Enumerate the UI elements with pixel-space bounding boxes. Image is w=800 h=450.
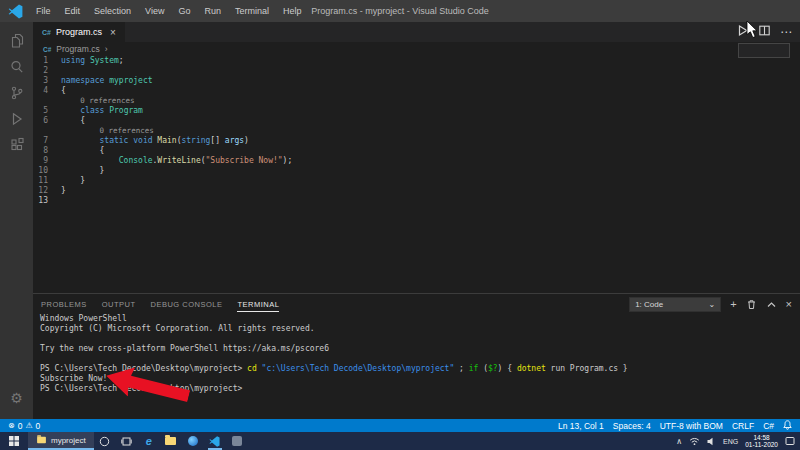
extensions-icon[interactable]: [0, 132, 33, 158]
code-line[interactable]: 4{: [33, 86, 800, 96]
vscode-logo-icon: [8, 4, 23, 19]
breadcrumb-file[interactable]: Program.cs: [56, 44, 99, 54]
line-number: 4: [33, 86, 61, 96]
line-number: 8: [33, 146, 61, 156]
csharp-file-icon: C#: [42, 29, 51, 36]
system-tray: ∧ ENG 14:58 01-11-2020: [676, 432, 800, 450]
menu-item-terminal[interactable]: Terminal: [228, 0, 276, 22]
start-button[interactable]: [0, 432, 28, 450]
code-editor[interactable]: 1using System;23namespace myproject4{ 0 …: [33, 56, 800, 226]
panel-tab-terminal[interactable]: TERMINAL: [237, 297, 279, 312]
warning-count: 0: [36, 421, 41, 431]
code-line[interactable]: 9 Console.WriteLine("Subscribe Now!");: [33, 156, 800, 166]
tray-chevron-icon[interactable]: ∧: [676, 437, 682, 446]
code-line[interactable]: 5 class Program: [33, 106, 800, 116]
source-control-icon[interactable]: [0, 80, 33, 106]
task-view-icon[interactable]: [116, 432, 138, 450]
close-icon[interactable]: ×: [110, 27, 116, 38]
code-line[interactable]: 7 static void Main(string[] args): [33, 136, 800, 146]
file-explorer-icon[interactable]: [160, 432, 182, 450]
menu-item-selection[interactable]: Selection: [87, 0, 138, 22]
menu-item-file[interactable]: File: [29, 0, 58, 22]
menu-item-view[interactable]: View: [138, 0, 171, 22]
menu-item-help[interactable]: Help: [276, 0, 309, 22]
code-line[interactable]: 2: [33, 66, 800, 76]
chevron-right-icon: ›: [105, 44, 108, 54]
title-bar: FileEditSelectionViewGoRunTerminalHelp P…: [0, 0, 800, 22]
more-actions-icon[interactable]: ⋯: [780, 27, 792, 37]
menu-bar: FileEditSelectionViewGoRunTerminalHelp: [29, 0, 308, 22]
terminal-line: Subscribe Now!: [40, 374, 800, 384]
code-line[interactable]: 6 {: [33, 116, 800, 126]
edge-icon[interactable]: e: [138, 432, 160, 450]
terminal-line: Windows PowerShell: [40, 314, 800, 324]
terminal-output[interactable]: Windows PowerShellCopyright (C) Microsof…: [40, 314, 800, 419]
status-item-c[interactable]: C#: [763, 421, 774, 431]
codelens-row[interactable]: 0 references: [33, 96, 800, 106]
menu-item-edit[interactable]: Edit: [58, 0, 88, 22]
browser-icon[interactable]: [182, 432, 204, 450]
clock[interactable]: 14:58 01-11-2020: [745, 434, 778, 449]
editor-actions: ⋯: [736, 22, 792, 42]
explorer-icon[interactable]: [0, 28, 33, 54]
wifi-icon[interactable]: [689, 432, 700, 450]
code-line[interactable]: 11 }: [33, 176, 800, 186]
csharp-file-icon: C#: [43, 46, 51, 53]
terminal-selector[interactable]: 1: Code ⌄: [629, 297, 721, 312]
close-panel-icon[interactable]: ×: [786, 299, 792, 310]
taskbar-search-icon[interactable]: [94, 432, 116, 450]
terminal-line: [40, 334, 800, 344]
status-item-ln-13-col-1[interactable]: Ln 13, Col 1: [558, 421, 604, 431]
run-icon[interactable]: [736, 23, 749, 41]
status-item-utf-8-with-bom[interactable]: UTF-8 with BOM: [660, 421, 723, 431]
search-icon[interactable]: [0, 54, 33, 80]
volume-icon[interactable]: [707, 432, 716, 450]
terminal-line: PS C:\Users\Tech Decode\Desktop\myprojec…: [40, 364, 800, 374]
status-item-crlf[interactable]: CRLF: [732, 421, 754, 431]
code-line[interactable]: 10 }: [33, 166, 800, 176]
notification-center-icon[interactable]: [785, 432, 795, 450]
terminal-line: PS C:\Users\Tech Decode\Desktop\myprojec…: [40, 384, 800, 394]
language-indicator[interactable]: ENG: [723, 438, 738, 445]
maximize-panel-icon[interactable]: [766, 299, 777, 310]
code-line[interactable]: 1using System;: [33, 56, 800, 66]
kill-terminal-icon[interactable]: [746, 299, 757, 310]
tab-program-cs[interactable]: C# Program.cs ×: [33, 22, 126, 42]
breadcrumb[interactable]: C# Program.cs ›: [43, 42, 108, 56]
panel-actions: 1: Code ⌄ + ×: [629, 297, 792, 312]
panel-tabs: PROBLEMSOUTPUTDEBUG CONSOLETERMINAL: [41, 297, 279, 312]
errors-indicator[interactable]: ⊗ 0 ⚠ 0: [8, 421, 40, 431]
code-line[interactable]: 12}: [33, 186, 800, 196]
line-number: 7: [33, 136, 61, 146]
codelens-references[interactable]: 0 references: [100, 126, 154, 135]
panel-tab-debug-console[interactable]: DEBUG CONSOLE: [151, 297, 223, 312]
menu-item-run[interactable]: Run: [197, 0, 228, 22]
panel-tab-problems[interactable]: PROBLEMS: [41, 297, 87, 312]
line-number: 5: [33, 106, 61, 116]
app-icon[interactable]: [226, 432, 248, 450]
error-icon: ⊗: [8, 421, 15, 430]
taskbar-app-myproject[interactable]: myproject: [28, 432, 94, 450]
tooltip: [738, 43, 790, 58]
error-count: 0: [18, 421, 23, 431]
split-editor-icon[interactable]: [758, 23, 771, 41]
vscode-taskbar-icon[interactable]: [204, 432, 226, 450]
line-number: 1: [33, 56, 61, 66]
activity-bar: ⚙: [0, 22, 33, 419]
codelens-references[interactable]: 0 references: [80, 96, 134, 105]
menu-item-go[interactable]: Go: [171, 0, 197, 22]
codelens-row[interactable]: 0 references: [33, 126, 800, 136]
code-line[interactable]: 13: [33, 196, 800, 206]
code-line[interactable]: 8 {: [33, 146, 800, 156]
panel-tab-output[interactable]: OUTPUT: [102, 297, 136, 312]
code-line[interactable]: 3namespace myproject: [33, 76, 800, 86]
notifications-bell-icon[interactable]: [783, 420, 792, 432]
panel-header: PROBLEMSOUTPUTDEBUG CONSOLETERMINAL 1: C…: [33, 294, 800, 314]
status-item-spaces-4[interactable]: Spaces: 4: [613, 421, 651, 431]
terminal-line: Try the new cross-platform PowerShell ht…: [40, 344, 800, 354]
settings-gear-icon[interactable]: ⚙: [0, 385, 33, 411]
run-debug-icon[interactable]: [0, 106, 33, 132]
taskbar-app-label: myproject: [51, 436, 86, 445]
line-number: 9: [33, 156, 61, 166]
new-terminal-icon[interactable]: +: [730, 299, 736, 310]
